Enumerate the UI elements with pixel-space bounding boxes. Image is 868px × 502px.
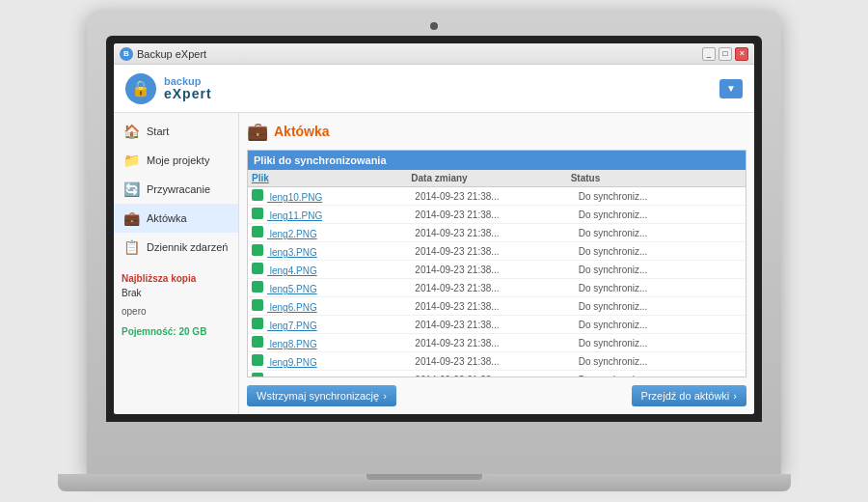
laptop-wrapper: B Backup eXpert _ □ ✕ 🔒 — [77, 11, 791, 491]
maximize-button[interactable]: □ — [719, 47, 732, 61]
log-icon: 📋 — [122, 237, 141, 257]
app-window: B Backup eXpert _ □ ✕ 🔒 — [114, 43, 754, 414]
titlebar: B Backup eXpert _ □ ✕ — [114, 43, 754, 65]
col-header-plik: Plik — [252, 173, 411, 183]
file-date: 2014-09-23 21:38... — [415, 301, 578, 312]
table-row: leng10.PNG 2014-09-23 21:38... Do synchr… — [248, 187, 746, 206]
file-status: Do synchroniz... — [579, 283, 742, 293]
stop-sync-arrow: › — [383, 390, 387, 402]
laptop-screen: B Backup eXpert _ □ ✕ 🔒 — [114, 43, 754, 414]
file-status-icon — [252, 281, 263, 293]
sidebar-label-start: Start — [147, 126, 169, 137]
file-table-container: Pliki do synchronizowania Plik Data zmia… — [247, 150, 746, 377]
file-status: Do synchroniz... — [579, 338, 742, 349]
column-headers: Plik Data zmiany Status — [248, 170, 746, 187]
file-status: Do synchroniz... — [579, 265, 742, 275]
panel-icon: 💼 — [247, 121, 268, 142]
sidebar-label-log: Dziennik zdarzeń — [147, 241, 228, 253]
file-name[interactable]: leng9.PNG — [252, 354, 415, 368]
table-row: leng4.PNG 2014-09-23 21:38... Do synchro… — [248, 261, 746, 279]
table-row: leng11.PNG 2014-09-23 21:38... Do synchr… — [248, 206, 746, 224]
logo-expert: eXpert — [164, 87, 212, 101]
sidebar-item-start[interactable]: 🏠 Start — [114, 117, 238, 146]
titlebar-left: B Backup eXpert — [120, 47, 206, 61]
panel-title-text: Aktówka — [274, 124, 330, 139]
file-date: 2014-09-23 21:38... — [415, 320, 578, 330]
file-status: Do synchroniz... — [579, 301, 742, 312]
content-wrapper: 🏠 Start 📁 Moje projekty 🔄 Przywracanie — [114, 113, 754, 414]
file-status-icon — [252, 318, 263, 329]
sidebar-user: opero — [114, 302, 238, 321]
file-name[interactable]: leng11.PNG — [252, 208, 415, 221]
table-row: leng2.PNG 2014-09-23 21:38... Do synchro… — [248, 224, 746, 242]
panel-title: 💼 Aktówka — [247, 121, 746, 142]
file-status: Do synchroniz... — [579, 356, 742, 367]
app-header: 🔒 backup eXpert ▼ — [114, 65, 754, 113]
sidebar-label-aktowka: Aktówka — [147, 212, 187, 224]
file-status-icon — [252, 336, 263, 348]
file-date: 2014-09-23 21:38... — [415, 375, 578, 377]
file-date: 2014-09-23 21:38... — [415, 228, 578, 238]
sidebar-label-restore: Przywracanie — [147, 183, 210, 195]
file-name[interactable]: leng8.PNG — [252, 336, 415, 349]
storage-label: Pojemność: — [122, 326, 176, 337]
table-row: leng7.PNG 2014-09-23 21:38... Do synchro… — [248, 316, 746, 334]
laptop-base — [58, 474, 791, 491]
file-status-icon — [252, 208, 263, 219]
file-name[interactable]: leng7.PNG — [252, 318, 415, 331]
go-aktowka-button[interactable]: Przejdź do aktówki › — [632, 385, 746, 406]
file-status: Do synchroniz... — [579, 375, 742, 377]
close-button[interactable]: ✕ — [735, 47, 748, 61]
file-status-icon — [252, 244, 263, 256]
table-row: leng3.PNG 2014-09-23 21:38... Do synchro… — [248, 242, 746, 261]
file-name[interactable]: leng2.PNG — [252, 226, 415, 239]
file-date: 2014-09-23 21:38... — [415, 191, 578, 202]
dropdown-button[interactable]: ▼ — [719, 79, 743, 98]
table-row: leng6.PNG 2014-09-23 21:38... Do synchro… — [248, 297, 746, 316]
table-row: leng9.PNG 2014-09-23 21:38... Do synchro… — [248, 352, 746, 371]
titlebar-app-icon: B — [120, 47, 133, 61]
backup-section-title: Najbliższa kopia — [114, 269, 238, 288]
file-date: 2014-09-23 21:38... — [415, 209, 578, 220]
minimize-button[interactable]: _ — [702, 47, 716, 61]
file-name[interactable]: leng4.PNG — [252, 263, 415, 276]
screen-bezel: B Backup eXpert _ □ ✕ 🔒 — [106, 36, 762, 422]
panel-footer: Wstrzymaj synchronizację › Przejdź do ak… — [247, 385, 746, 406]
laptop-camera — [430, 22, 438, 30]
file-name[interactable]: leng6.PNG — [252, 299, 415, 313]
restore-icon: 🔄 — [122, 180, 141, 199]
sidebar-item-restore[interactable]: 🔄 Przywracanie — [114, 175, 238, 204]
file-date: 2014-09-23 21:38... — [415, 265, 578, 275]
aktowka-icon: 💼 — [122, 209, 141, 228]
file-status-icon — [252, 299, 263, 311]
file-name[interactable]: leng3.PNG — [252, 244, 415, 258]
sidebar-item-log[interactable]: 📋 Dziennik zdarzeń — [114, 233, 238, 262]
stop-sync-button[interactable]: Wstrzymaj synchronizację › — [247, 385, 396, 406]
file-status: Do synchroniz... — [579, 209, 742, 220]
file-status: Do synchroniz... — [579, 246, 742, 257]
table-row: info o oknie.PNG 2014-09-23 21:38... Do … — [248, 371, 746, 376]
sidebar-label-projects: Moje projekty — [147, 154, 209, 166]
table-row: leng8.PNG 2014-09-23 21:38... Do synchro… — [248, 334, 746, 352]
sidebar: 🏠 Start 📁 Moje projekty 🔄 Przywracanie — [114, 113, 239, 414]
logo-icon: 🔒 — [125, 73, 156, 104]
table-header: Pliki do synchronizowania — [248, 151, 746, 170]
file-status-icon — [252, 263, 263, 274]
stop-sync-label: Wstrzymaj synchronizację — [257, 390, 379, 402]
sidebar-item-aktowka[interactable]: 💼 Aktówka — [114, 204, 238, 233]
laptop-screen-area: B Backup eXpert _ □ ✕ 🔒 — [87, 11, 781, 474]
file-status-icon — [252, 189, 263, 201]
file-name[interactable]: leng10.PNG — [252, 189, 415, 203]
right-panel: 💼 Aktówka Pliki do synchronizowania Plik… — [239, 113, 754, 414]
file-status: Do synchroniz... — [579, 191, 742, 202]
file-date: 2014-09-23 21:38... — [415, 283, 578, 293]
file-status: Do synchroniz... — [579, 228, 742, 238]
go-aktowka-arrow: › — [733, 390, 737, 402]
file-name[interactable]: leng5.PNG — [252, 281, 415, 294]
file-status-icon — [252, 354, 263, 366]
file-name[interactable]: info o oknie.PNG — [252, 373, 415, 376]
sidebar-item-projects[interactable]: 📁 Moje projekty — [114, 146, 238, 175]
start-icon: 🏠 — [122, 122, 141, 141]
storage-value: 20 GB — [178, 326, 206, 337]
logo-text: backup eXpert — [164, 75, 212, 101]
